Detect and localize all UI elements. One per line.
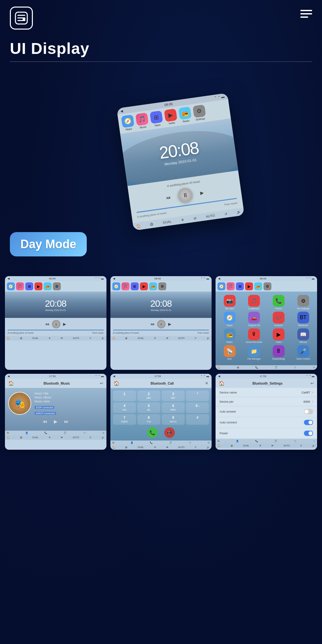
sc3-b-music[interactable]: 🎵 bbox=[275, 366, 278, 369]
sc6-b-circle[interactable]: ⊙ bbox=[313, 440, 315, 442]
sc4-next[interactable]: ⏭ bbox=[64, 419, 69, 424]
sc6-device-name-chevron[interactable]: › bbox=[312, 391, 313, 394]
sc5-home[interactable]: 🏠 bbox=[114, 381, 119, 386]
sc6-power-toggle[interactable] bbox=[304, 431, 313, 436]
sc5-b2-dual[interactable]: DUAL bbox=[138, 446, 144, 449]
sc5-key-8[interactable]: 8TUV bbox=[137, 414, 160, 425]
sc5-b2-home[interactable]: 🏠 bbox=[112, 446, 115, 449]
sc1-prev[interactable]: ⏮ bbox=[45, 322, 49, 326]
sc5-b2-power[interactable]: ⏻ bbox=[125, 446, 127, 449]
player-play-btn[interactable]: ⏸ bbox=[177, 187, 194, 203]
sc6-auto-answer-toggle[interactable] bbox=[304, 409, 313, 414]
hamburger-menu[interactable] bbox=[300, 10, 312, 18]
sc3-b-power[interactable]: ⏻ bbox=[237, 366, 239, 369]
sc4-home[interactable]: 🏠 bbox=[8, 381, 14, 386]
sc3-app-360view[interactable]: 📷 360 view bbox=[218, 295, 241, 310]
sc5-key-9[interactable]: 9WXYZ bbox=[162, 414, 185, 425]
sc2-settings[interactable]: ⚙ bbox=[158, 282, 166, 290]
sc4-b2-sync[interactable]: ⇄ bbox=[61, 436, 63, 439]
sc2-b-sync[interactable]: ⇄ bbox=[166, 337, 168, 340]
sc1-apps[interactable]: ⊞ bbox=[25, 282, 33, 290]
sc5-key-0[interactable]: 0 - bbox=[186, 402, 209, 413]
sc5-key-2[interactable]: 2ABC bbox=[137, 391, 160, 401]
sc5-b-clip[interactable]: 📎 bbox=[189, 441, 192, 444]
sc1-next[interactable]: ▶ bbox=[63, 322, 66, 326]
sc6-b-music[interactable]: 🎵 bbox=[274, 440, 277, 442]
sc5-b-person[interactable]: 👤 bbox=[130, 441, 133, 444]
sc3-app-avin[interactable]: 📡 Avin bbox=[218, 345, 241, 360]
sc6-b2-dual[interactable]: DUAL bbox=[243, 444, 249, 447]
sc2-back[interactable]: ◀ bbox=[113, 277, 115, 280]
sc4-return[interactable]: ↩ bbox=[100, 381, 103, 386]
sc2-apps[interactable]: ⊞ bbox=[131, 282, 139, 290]
sc6-b2-freeze[interactable]: ❄ bbox=[259, 444, 261, 447]
sc3-maps[interactable]: 🧭 bbox=[218, 282, 225, 290]
sc3-app-kuwooo[interactable]: 🎶 Kuwooo bbox=[267, 312, 290, 326]
bottom-volume[interactable]: 🔊 bbox=[237, 210, 241, 214]
sc2-play[interactable]: ⏸ bbox=[157, 320, 166, 328]
bottom-snowflake[interactable]: ❄ bbox=[181, 218, 184, 222]
bottom-wifi[interactable]: ⇄ bbox=[193, 216, 196, 220]
sc2-b-auto[interactable]: AUTO bbox=[178, 337, 184, 340]
sc1-b-vol[interactable]: 🔊 bbox=[102, 337, 104, 340]
sc1-b-sync[interactable]: ⇄ bbox=[61, 337, 63, 340]
sc5-key-1[interactable]: 1 bbox=[113, 391, 136, 401]
sc5-back[interactable]: ◀ bbox=[113, 375, 115, 378]
sc5-b2-freeze[interactable]: ❄ bbox=[154, 446, 156, 449]
sc6-b2-sync[interactable]: ⇄ bbox=[271, 444, 273, 447]
sc2-b-refresh[interactable]: ↺ bbox=[195, 337, 196, 340]
sc4-b2-auto[interactable]: AUTO bbox=[73, 436, 79, 439]
sc3-app-filemanager[interactable]: 📁 File Manager bbox=[243, 345, 265, 360]
sc5-close[interactable]: ✕ bbox=[205, 381, 208, 386]
sc3-b-circle[interactable]: ⊙ bbox=[313, 366, 315, 369]
sc4-b-person[interactable]: 👤 bbox=[25, 432, 28, 434]
sc2-b-dual[interactable]: DUAL bbox=[138, 337, 144, 340]
sc3-app-voicecontrol[interactable]: 🎤 Voice Control bbox=[292, 345, 314, 360]
sc3-b-phone[interactable]: 📞 bbox=[255, 366, 258, 369]
sc4-prev[interactable]: ⏮ bbox=[43, 419, 47, 424]
sc5-b2-refresh[interactable]: ↺ bbox=[195, 446, 196, 449]
player-prev-btn[interactable]: ⏮ bbox=[163, 192, 173, 203]
sc4-b2-home[interactable]: 🏠 bbox=[7, 436, 10, 439]
sc3-app-manual[interactable]: 📖 Manual bbox=[292, 328, 314, 343]
sc3-app-dispsettings[interactable]: 🎚 DispSettings bbox=[267, 345, 290, 360]
sc2-b-vol[interactable]: 🔊 bbox=[207, 337, 210, 340]
sc1-b-freeze[interactable]: ❄ bbox=[49, 337, 51, 340]
sc6-return[interactable]: ↩ bbox=[310, 381, 314, 386]
nav-app-apps[interactable]: ⊞ Apps bbox=[150, 110, 164, 128]
sc5-key-star[interactable]: * bbox=[186, 391, 209, 401]
sc6-back[interactable]: ◀ bbox=[218, 375, 220, 378]
sc4-b2-refresh[interactable]: ↺ bbox=[89, 436, 91, 439]
sc5-b2-sync[interactable]: ⇄ bbox=[166, 446, 168, 449]
bottom-dual[interactable]: DUAL bbox=[163, 220, 172, 225]
sc6-b2-vol[interactable]: 🔊 bbox=[312, 444, 315, 447]
sc3-app-video[interactable]: ▶ Video bbox=[267, 328, 290, 343]
sc3-app-phone[interactable]: 📞 Phone bbox=[267, 295, 290, 310]
sc6-b-clip[interactable]: 📎 bbox=[294, 440, 297, 442]
sc2-b-freeze[interactable]: ❄ bbox=[154, 337, 156, 340]
sc3-app-bluetooth[interactable]: BT Bluetooth bbox=[292, 312, 314, 326]
sc3-radio[interactable]: 📻 bbox=[254, 282, 262, 290]
sc3-app-maps[interactable]: 🧭 Maps bbox=[218, 312, 241, 326]
sc5-key-hash[interactable]: # bbox=[186, 414, 209, 425]
nav-app-radio[interactable]: 📻 Radio bbox=[178, 106, 192, 123]
sc2-next[interactable]: ▶ bbox=[168, 322, 171, 326]
bottom-auto[interactable]: AUTO bbox=[206, 213, 215, 218]
sc3-back[interactable]: ◀ bbox=[218, 277, 220, 280]
sc6-b-person[interactable]: 👤 bbox=[236, 440, 239, 442]
sc3-app-radio[interactable]: 📻 Radio bbox=[218, 328, 241, 343]
sc1-video[interactable]: ▶ bbox=[34, 282, 42, 290]
sc4-b2-dual[interactable]: DUAL bbox=[33, 436, 39, 439]
sc3-apps[interactable]: ⊞ bbox=[236, 282, 244, 290]
nav-app-settings[interactable]: ⚙ Settings bbox=[193, 104, 206, 121]
sc3-app-localmusic[interactable]: 🎵 Localmusic bbox=[243, 295, 265, 310]
sc5-b-music[interactable]: 🎵 bbox=[169, 441, 172, 444]
sc5-b-phone[interactable]: 📞 bbox=[150, 441, 153, 444]
sc1-settings[interactable]: ⚙ bbox=[53, 282, 61, 290]
sc1-b-dual[interactable]: DUAL bbox=[33, 337, 39, 340]
sc5-end-btn[interactable]: 📵 bbox=[164, 427, 175, 438]
sc5-key-7[interactable]: 7PQRS bbox=[113, 414, 136, 425]
sc3-b-clip[interactable]: 📎 bbox=[294, 366, 297, 369]
nav-app-maps[interactable]: 🧭 Maps bbox=[121, 114, 135, 131]
sc2-prev[interactable]: ⏮ bbox=[150, 322, 154, 326]
